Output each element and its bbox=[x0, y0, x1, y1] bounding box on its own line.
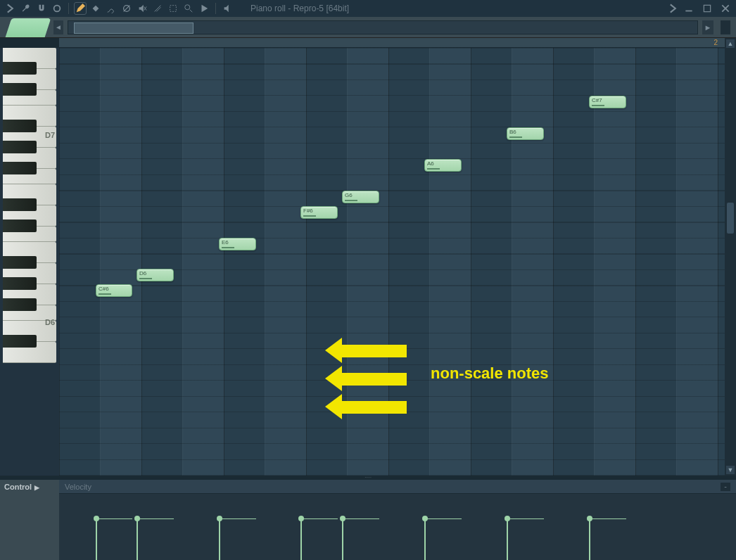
title-bar: Piano roll - Repro-5 [64bit] bbox=[0, 0, 736, 17]
control-chevron-icon: ▶ bbox=[34, 484, 39, 491]
pattern-tab[interactable] bbox=[6, 18, 51, 37]
control-label: Control bbox=[4, 483, 32, 491]
bar-marker: 2 bbox=[713, 39, 718, 46]
svg-point-0 bbox=[54, 6, 61, 12]
window-title: Piano roll - Repro-5 [64bit] bbox=[250, 4, 664, 13]
velocity-marker[interactable] bbox=[424, 519, 426, 560]
overview-right-arrow[interactable]: ► bbox=[702, 20, 713, 34]
velocity-marker[interactable] bbox=[507, 519, 508, 560]
key-label-d7: D7 bbox=[45, 131, 55, 139]
scroll-thumb[interactable] bbox=[727, 203, 734, 234]
velocity-line bbox=[137, 518, 174, 519]
velocity-marker[interactable] bbox=[219, 519, 220, 560]
paint-tool-icon[interactable] bbox=[89, 2, 102, 15]
velocity-line bbox=[424, 518, 462, 519]
erase-tool-icon[interactable] bbox=[120, 2, 133, 15]
piano-roll-grid[interactable]: 2 C#6D6E6F#6G6A6B6C#7 non-scale notes bbox=[59, 38, 725, 476]
midi-note[interactable]: B6 bbox=[507, 127, 544, 140]
velocity-marker[interactable] bbox=[137, 519, 138, 560]
velocity-marker[interactable] bbox=[96, 519, 97, 560]
black-key[interactable] bbox=[3, 83, 37, 96]
magnet-icon[interactable] bbox=[35, 2, 48, 15]
play-tool-icon[interactable] bbox=[198, 2, 210, 15]
midi-note[interactable]: E6 bbox=[219, 238, 256, 250]
record-icon[interactable] bbox=[51, 2, 63, 15]
midi-note[interactable]: D6 bbox=[137, 269, 174, 281]
control-selector[interactable]: Control ▶ bbox=[0, 480, 59, 560]
black-key[interactable] bbox=[3, 141, 37, 153]
annotation-arrow bbox=[341, 345, 407, 357]
pencil-tool-icon[interactable] bbox=[74, 2, 87, 15]
svg-rect-9 bbox=[704, 5, 710, 11]
mute-tool-icon[interactable] bbox=[136, 2, 148, 15]
black-key[interactable] bbox=[3, 335, 37, 348]
black-key[interactable] bbox=[3, 256, 37, 269]
velocity-line bbox=[96, 518, 132, 519]
velocity-label: Velocity bbox=[65, 483, 91, 491]
select-tool-icon[interactable] bbox=[167, 2, 179, 15]
velocity-line bbox=[219, 518, 256, 519]
midi-note[interactable]: C#7 bbox=[589, 96, 626, 108]
svg-rect-5 bbox=[170, 6, 177, 12]
velocity-marker[interactable] bbox=[342, 519, 343, 560]
velocity-line bbox=[589, 518, 626, 519]
velocity-line bbox=[507, 518, 544, 519]
black-key[interactable] bbox=[3, 298, 37, 311]
timeline-ruler[interactable]: 2 bbox=[59, 38, 725, 48]
velocity-line bbox=[342, 518, 379, 519]
zoom-tool-icon[interactable] bbox=[182, 2, 195, 15]
overview-options[interactable] bbox=[721, 20, 730, 34]
audio-preview-icon[interactable] bbox=[221, 2, 234, 15]
svg-line-7 bbox=[190, 10, 193, 13]
velocity-collapse-icon[interactable]: - bbox=[721, 483, 730, 491]
velocity-lane[interactable] bbox=[59, 494, 736, 560]
key-label-d6: D6 bbox=[45, 318, 55, 326]
control-panel: Control ▶ Velocity - bbox=[0, 480, 736, 560]
annotation-arrow bbox=[341, 373, 407, 386]
piano-keyboard[interactable]: D7D6 bbox=[0, 38, 59, 476]
maximize-icon[interactable] bbox=[701, 2, 713, 15]
midi-note[interactable]: C#6 bbox=[96, 284, 132, 297]
scroll-down-icon[interactable]: ▼ bbox=[726, 466, 735, 474]
black-key[interactable] bbox=[3, 198, 37, 211]
title-chevron-icon[interactable] bbox=[667, 2, 680, 15]
midi-note[interactable]: A6 bbox=[424, 159, 462, 172]
menu-chevron-icon[interactable] bbox=[4, 2, 17, 15]
velocity-marker[interactable] bbox=[589, 519, 590, 560]
scroll-up-icon[interactable]: ▲ bbox=[726, 39, 735, 48]
minimize-icon[interactable] bbox=[683, 2, 695, 15]
black-key[interactable] bbox=[3, 62, 37, 75]
midi-note[interactable]: G6 bbox=[342, 191, 379, 203]
wrench-icon[interactable] bbox=[20, 2, 32, 15]
svg-point-6 bbox=[185, 5, 190, 10]
brush-tool-icon[interactable] bbox=[105, 2, 118, 15]
vertical-scrollbar[interactable]: ▲ ▼ bbox=[725, 38, 736, 476]
annotation-text: non-scale notes bbox=[431, 364, 548, 383]
velocity-line bbox=[300, 518, 338, 519]
overview-timeline[interactable] bbox=[68, 20, 698, 34]
overview-left-arrow[interactable]: ◄ bbox=[53, 20, 63, 34]
slice-tool-icon[interactable] bbox=[151, 2, 164, 15]
black-key[interactable] bbox=[3, 162, 37, 174]
velocity-marker[interactable] bbox=[300, 519, 302, 560]
black-key[interactable] bbox=[3, 219, 37, 232]
velocity-header[interactable]: Velocity - bbox=[59, 480, 736, 494]
close-icon[interactable] bbox=[719, 2, 732, 15]
black-key[interactable] bbox=[3, 277, 37, 290]
black-key[interactable] bbox=[3, 120, 37, 132]
midi-note[interactable]: F#6 bbox=[300, 206, 338, 219]
annotation-arrow bbox=[341, 401, 407, 414]
overview-bar: ◄ ► bbox=[0, 17, 736, 38]
